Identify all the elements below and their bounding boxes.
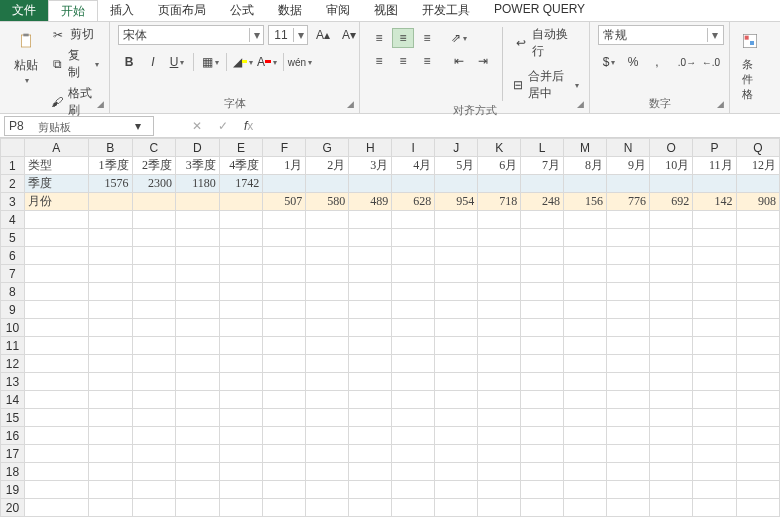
cell[interactable] <box>263 373 306 391</box>
cell[interactable] <box>176 229 220 247</box>
cell[interactable] <box>306 445 349 463</box>
cell[interactable]: 10月 <box>650 157 693 175</box>
cell[interactable]: 3季度 <box>176 157 220 175</box>
cell[interactable] <box>306 319 349 337</box>
cell[interactable] <box>392 301 435 319</box>
cell[interactable] <box>392 283 435 301</box>
cell[interactable] <box>24 247 88 265</box>
cell[interactable] <box>693 319 736 337</box>
cell[interactable] <box>219 193 263 211</box>
cell[interactable] <box>736 229 779 247</box>
cell[interactable] <box>521 283 564 301</box>
cell[interactable] <box>24 355 88 373</box>
cell[interactable] <box>219 391 263 409</box>
cell[interactable] <box>24 499 88 517</box>
cell[interactable] <box>392 175 435 193</box>
cell[interactable] <box>521 373 564 391</box>
chevron-down-icon[interactable]: ▾ <box>135 119 141 133</box>
cell[interactable] <box>88 229 132 247</box>
cell[interactable] <box>650 391 693 409</box>
cell[interactable] <box>349 481 392 499</box>
cell[interactable] <box>392 211 435 229</box>
cell[interactable] <box>736 337 779 355</box>
cell[interactable] <box>736 409 779 427</box>
cell[interactable] <box>478 337 521 355</box>
cell[interactable] <box>132 247 176 265</box>
cell[interactable] <box>306 283 349 301</box>
cell[interactable] <box>650 301 693 319</box>
cell[interactable] <box>478 391 521 409</box>
cell[interactable] <box>306 391 349 409</box>
cell[interactable] <box>564 373 607 391</box>
cell[interactable] <box>564 499 607 517</box>
cell[interactable] <box>435 211 478 229</box>
cell[interactable] <box>564 265 607 283</box>
cell[interactable] <box>88 391 132 409</box>
cell[interactable] <box>564 229 607 247</box>
cell[interactable] <box>564 319 607 337</box>
cell[interactable]: 月份 <box>24 193 88 211</box>
cell[interactable] <box>349 265 392 283</box>
cell[interactable] <box>263 499 306 517</box>
align-center-button[interactable]: ≡ <box>392 51 414 71</box>
cell[interactable] <box>478 319 521 337</box>
row-header[interactable]: 9 <box>1 301 25 319</box>
cell[interactable] <box>88 481 132 499</box>
decrease-font-icon[interactable]: A▾ <box>338 25 360 45</box>
cell[interactable] <box>263 337 306 355</box>
cell[interactable] <box>88 211 132 229</box>
cell[interactable] <box>132 463 176 481</box>
chevron-down-icon[interactable]: ▾ <box>249 28 263 42</box>
cell[interactable] <box>650 481 693 499</box>
cell[interactable] <box>24 229 88 247</box>
cell[interactable] <box>219 247 263 265</box>
cell[interactable] <box>263 175 306 193</box>
tab-file[interactable]: 文件 <box>0 0 48 21</box>
cell[interactable] <box>736 247 779 265</box>
cell[interactable] <box>392 445 435 463</box>
cell[interactable]: 11月 <box>693 157 736 175</box>
cell[interactable] <box>263 319 306 337</box>
cell[interactable] <box>650 463 693 481</box>
cell[interactable] <box>564 427 607 445</box>
cell[interactable] <box>176 265 220 283</box>
cell[interactable] <box>650 319 693 337</box>
cell-grid[interactable]: ABCDEFGHIJKLMNOPQ1类型1季度2季度3季度4季度1月2月3月4月… <box>0 138 780 532</box>
cell[interactable] <box>392 247 435 265</box>
font-name-combo[interactable]: ▾ <box>118 25 264 45</box>
cell[interactable] <box>132 427 176 445</box>
cell[interactable] <box>736 445 779 463</box>
cell[interactable] <box>176 283 220 301</box>
cell[interactable] <box>736 211 779 229</box>
col-header[interactable]: A <box>24 139 88 157</box>
cell[interactable] <box>521 211 564 229</box>
cell[interactable] <box>24 211 88 229</box>
cell[interactable] <box>88 337 132 355</box>
cell[interactable]: 季度 <box>24 175 88 193</box>
cell[interactable] <box>693 445 736 463</box>
cell[interactable] <box>132 283 176 301</box>
italic-button[interactable]: I <box>142 52 164 72</box>
cell[interactable] <box>478 499 521 517</box>
orientation-button[interactable]: ⇗▾ <box>448 28 470 48</box>
col-header[interactable]: B <box>88 139 132 157</box>
cell[interactable] <box>132 319 176 337</box>
cell[interactable] <box>435 391 478 409</box>
cell[interactable] <box>478 481 521 499</box>
cell[interactable] <box>693 247 736 265</box>
cell[interactable] <box>564 301 607 319</box>
cell[interactable] <box>478 175 521 193</box>
row-header[interactable]: 5 <box>1 229 25 247</box>
tab-developer[interactable]: 开发工具 <box>410 0 482 21</box>
cell[interactable] <box>435 247 478 265</box>
cell[interactable] <box>24 265 88 283</box>
comma-format-button[interactable]: , <box>646 52 668 72</box>
cell[interactable]: 3月 <box>349 157 392 175</box>
cell[interactable] <box>219 355 263 373</box>
cell[interactable] <box>392 463 435 481</box>
row-header[interactable]: 15 <box>1 409 25 427</box>
tab-view[interactable]: 视图 <box>362 0 410 21</box>
cell[interactable] <box>607 355 650 373</box>
cell[interactable] <box>349 211 392 229</box>
cell[interactable] <box>435 373 478 391</box>
